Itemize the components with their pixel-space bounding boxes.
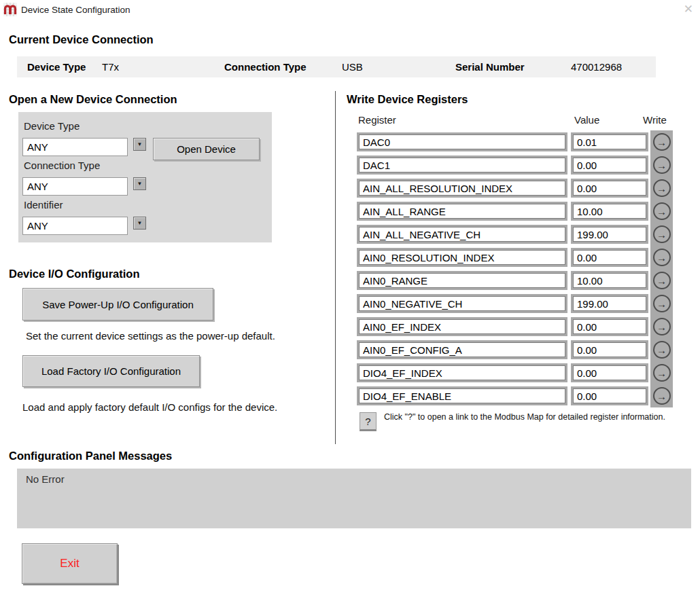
register-name-input[interactable]	[359, 319, 565, 334]
register-name-input[interactable]	[359, 365, 565, 380]
write-register-button[interactable]: →	[653, 156, 671, 174]
register-value-input[interactable]	[573, 181, 646, 196]
register-name-input[interactable]	[359, 227, 565, 242]
write-arrow-icon: →	[657, 391, 667, 401]
register-value-input[interactable]	[573, 227, 646, 242]
write-register-button[interactable]: →	[653, 179, 671, 197]
messages-box: No Error	[17, 469, 691, 528]
register-value-input[interactable]	[573, 296, 646, 311]
register-value-cell	[571, 179, 648, 198]
write-register-button[interactable]: →	[653, 364, 671, 382]
write-register-button[interactable]: →	[653, 318, 671, 335]
close-icon[interactable]: ✕	[684, 2, 693, 17]
register-row: →	[357, 271, 673, 290]
register-value-input[interactable]	[573, 342, 646, 357]
write-register-button[interactable]: →	[653, 133, 671, 151]
write-arrow-icon: →	[657, 368, 667, 378]
write-button-holder: →	[650, 317, 673, 336]
register-value-input[interactable]	[573, 204, 646, 219]
write-button-holder: →	[650, 271, 673, 290]
write-button-holder: →	[650, 294, 673, 313]
register-name-input[interactable]	[359, 273, 565, 288]
open-connection-type-label: Connection Type	[24, 160, 100, 171]
register-value-cell	[571, 317, 648, 336]
register-value-cell	[571, 132, 648, 151]
chevron-down-icon: ▼	[137, 141, 143, 147]
register-row: →	[357, 248, 673, 267]
register-row: →	[357, 386, 673, 405]
register-value-cell	[571, 340, 648, 359]
device-type-select-input[interactable]	[22, 138, 128, 156]
register-name-input[interactable]	[359, 388, 565, 403]
register-value-input[interactable]	[573, 134, 646, 149]
open-connection-heading: Open a New Device Connection	[9, 93, 177, 106]
open-device-button[interactable]: Open Device	[153, 138, 260, 160]
register-value-cell	[571, 248, 648, 267]
register-name-cell	[357, 386, 567, 405]
register-name-cell	[357, 225, 567, 244]
labjack-logo-icon	[3, 3, 17, 16]
register-name-input[interactable]	[359, 250, 565, 265]
register-name-input[interactable]	[359, 296, 565, 311]
connection-type-value: USB	[342, 61, 363, 73]
register-name-input[interactable]	[359, 342, 565, 357]
register-value-input[interactable]	[573, 388, 646, 403]
write-arrow-icon: →	[657, 322, 667, 332]
register-name-input[interactable]	[359, 134, 565, 149]
write-arrow-icon: →	[657, 137, 667, 147]
register-value-input[interactable]	[573, 250, 646, 265]
register-value-input[interactable]	[573, 365, 646, 380]
write-register-button[interactable]: →	[653, 341, 671, 359]
register-row: →	[357, 202, 673, 221]
write-register-button[interactable]: →	[653, 272, 671, 289]
device-type-value: T7x	[102, 61, 119, 73]
register-name-input[interactable]	[359, 158, 565, 172]
modbus-help-text: Click "?" to open a link to the Modbus M…	[384, 412, 683, 422]
register-name-cell	[357, 179, 567, 198]
register-name-cell	[357, 156, 567, 175]
connection-type-select-input[interactable]	[22, 177, 128, 196]
io-config-heading: Device I/O Configuration	[9, 268, 140, 280]
write-button-holder: →	[650, 363, 673, 382]
exit-button[interactable]: Exit	[22, 543, 118, 584]
register-value-input[interactable]	[573, 273, 646, 288]
register-value-cell	[571, 294, 648, 313]
write-register-button[interactable]: →	[653, 225, 671, 243]
write-register-button[interactable]: →	[653, 202, 671, 220]
section-divider	[335, 91, 336, 444]
save-powerup-config-button[interactable]: Save Power-Up I/O Configuration	[22, 288, 213, 321]
modbus-help-button[interactable]: ?	[360, 412, 377, 431]
write-register-button[interactable]: →	[653, 387, 671, 405]
identifier-select-input[interactable]	[22, 217, 128, 235]
identifier-dropdown-button[interactable]: ▼	[133, 217, 146, 230]
register-row: →	[357, 317, 673, 336]
save-config-caption: Set the current device settings as the p…	[26, 330, 275, 342]
write-arrow-icon: →	[657, 206, 667, 217]
messages-text: No Error	[26, 473, 65, 485]
register-name-input[interactable]	[359, 181, 565, 196]
load-factory-config-button[interactable]: Load Factory I/O Configuration	[22, 355, 200, 387]
register-table: →→→→→→→→→→→→	[357, 132, 673, 405]
serial-number-label: Serial Number	[455, 61, 525, 73]
write-arrow-icon: →	[657, 276, 667, 286]
register-name-cell	[357, 271, 567, 290]
open-device-type-label: Device Type	[24, 120, 80, 132]
write-button-holder: →	[650, 179, 673, 198]
write-register-button[interactable]: →	[653, 249, 671, 266]
register-row: →	[357, 132, 673, 151]
connection-type-dropdown-button[interactable]: ▼	[133, 177, 146, 190]
register-value-cell	[571, 202, 648, 221]
register-name-cell	[357, 317, 567, 336]
device-type-dropdown-button[interactable]: ▼	[133, 138, 146, 151]
connection-type-label: Connection Type	[224, 61, 307, 73]
register-value-input[interactable]	[573, 319, 646, 334]
write-register-button[interactable]: →	[653, 295, 671, 312]
register-value-input[interactable]	[573, 158, 646, 172]
register-row: →	[357, 340, 673, 359]
register-name-input[interactable]	[359, 204, 565, 219]
write-button-holder: →	[650, 386, 673, 405]
register-column-header: Register	[358, 114, 396, 126]
register-name-cell	[357, 248, 567, 267]
window-title: Device State Configuration	[21, 5, 130, 15]
current-connection-strip: Device Type T7x Connection Type USB Seri…	[17, 56, 656, 77]
